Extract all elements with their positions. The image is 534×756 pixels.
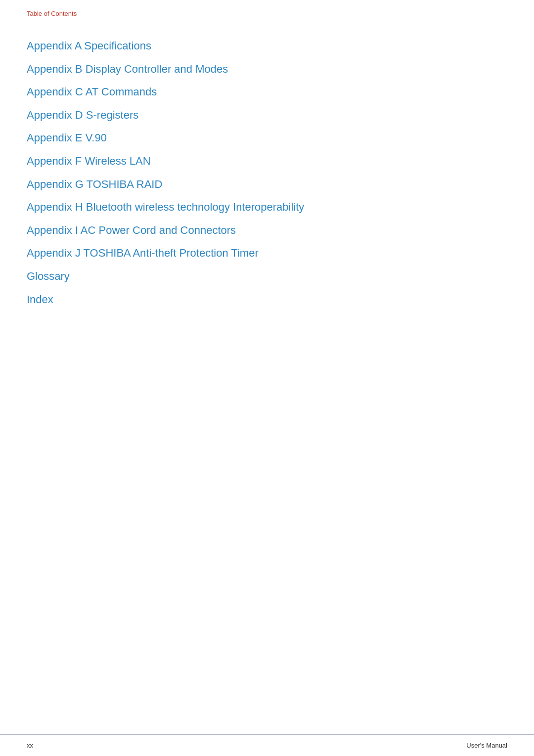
toc-item: Appendix G TOSHIBA RAID <box>27 178 507 192</box>
toc-item: Appendix I AC Power Cord and Connectors <box>27 223 507 238</box>
toc-item: Appendix F Wireless LAN <box>27 154 507 169</box>
toc-link-0[interactable]: Appendix A Specifications <box>27 40 151 52</box>
toc-link-8[interactable]: Appendix I AC Power Cord and Connectors <box>27 224 236 236</box>
table-of-contents: Appendix A SpecificationsAppendix B Disp… <box>0 39 534 307</box>
toc-link-10[interactable]: Glossary <box>27 270 70 282</box>
toc-item: Appendix A Specifications <box>27 39 507 53</box>
toc-link-5[interactable]: Appendix F Wireless LAN <box>27 155 151 167</box>
page-header: Table of Contents <box>0 0 534 23</box>
toc-link-11[interactable]: Index <box>27 293 53 306</box>
header-title[interactable]: Table of Contents <box>27 10 77 17</box>
toc-link-2[interactable]: Appendix C AT Commands <box>27 86 157 98</box>
footer-page-number: xx <box>27 742 33 749</box>
toc-item: Appendix J TOSHIBA Anti-theft Protection… <box>27 246 507 261</box>
toc-item: Glossary <box>27 269 507 284</box>
toc-link-1[interactable]: Appendix B Display Controller and Modes <box>27 63 228 75</box>
toc-link-4[interactable]: Appendix E V.90 <box>27 132 107 144</box>
toc-link-9[interactable]: Appendix J TOSHIBA Anti-theft Protection… <box>27 247 259 259</box>
toc-item: Appendix H Bluetooth wireless technology… <box>27 200 507 215</box>
toc-link-7[interactable]: Appendix H Bluetooth wireless technology… <box>27 201 304 213</box>
toc-link-3[interactable]: Appendix D S-registers <box>27 109 138 121</box>
page-footer: xx User's Manual <box>0 734 534 756</box>
toc-item: Appendix E V.90 <box>27 131 507 145</box>
toc-item: Appendix C AT Commands <box>27 85 507 99</box>
toc-item: Index <box>27 293 507 307</box>
footer-manual-label: User's Manual <box>466 742 507 749</box>
toc-item: Appendix B Display Controller and Modes <box>27 62 507 77</box>
toc-link-6[interactable]: Appendix G TOSHIBA RAID <box>27 178 162 190</box>
toc-item: Appendix D S-registers <box>27 108 507 123</box>
